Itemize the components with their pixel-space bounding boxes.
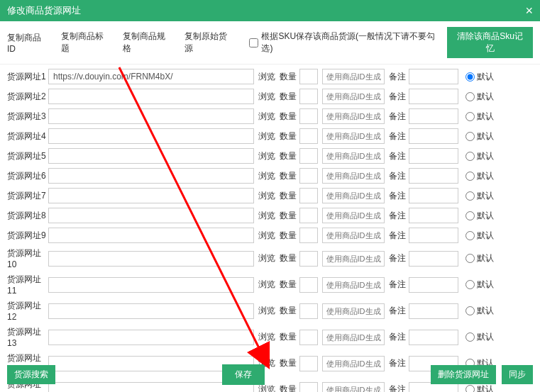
- qty-input[interactable]: [299, 277, 318, 293]
- generate-by-id-input[interactable]: [322, 168, 385, 184]
- note-input[interactable]: [409, 188, 458, 203]
- generate-by-id-input[interactable]: [322, 228, 385, 243]
- default-radio-wrap[interactable]: 默认: [465, 331, 494, 343]
- browse-link[interactable]: 浏览: [258, 279, 275, 291]
- default-radio[interactable]: [465, 152, 475, 161]
- note-input[interactable]: [409, 148, 458, 164]
- browse-link[interactable]: 浏览: [258, 331, 275, 343]
- sku-save-checkbox-wrap[interactable]: 根据SKU保存该商品货源(一般情况下请不要勾选): [249, 30, 439, 55]
- source-url-input[interactable]: [48, 277, 254, 293]
- qty-input[interactable]: [299, 148, 318, 164]
- generate-by-id-input[interactable]: [322, 303, 385, 319]
- generate-by-id-input[interactable]: [322, 148, 385, 164]
- browse-link[interactable]: 浏览: [258, 130, 275, 142]
- generate-by-id-input[interactable]: [322, 208, 385, 223]
- browse-link[interactable]: 浏览: [258, 91, 275, 103]
- qty-input[interactable]: [299, 208, 318, 223]
- default-radio[interactable]: [465, 231, 475, 240]
- copy-product-title[interactable]: 复制商品标题: [61, 30, 110, 55]
- generate-by-id-input[interactable]: [322, 89, 385, 104]
- source-url-input[interactable]: [48, 148, 254, 164]
- note-input[interactable]: [409, 251, 458, 267]
- source-url-input[interactable]: [48, 303, 254, 319]
- clear-sku-button[interactable]: 清除该商品Sku记忆: [447, 27, 533, 58]
- browse-link[interactable]: 浏览: [258, 305, 275, 317]
- note-input[interactable]: [409, 128, 458, 144]
- default-radio[interactable]: [465, 280, 475, 289]
- source-url-input[interactable]: [48, 69, 254, 84]
- default-radio-wrap[interactable]: 默认: [465, 210, 494, 222]
- generate-by-id-input[interactable]: [322, 128, 385, 144]
- note-input[interactable]: [409, 228, 458, 243]
- qty-input[interactable]: [299, 228, 318, 243]
- note-input[interactable]: [409, 69, 458, 84]
- qty-input[interactable]: [299, 251, 318, 267]
- default-radio[interactable]: [465, 72, 475, 82]
- default-radio-wrap[interactable]: 默认: [465, 130, 494, 142]
- sync-button[interactable]: 同步: [502, 365, 533, 384]
- note-input[interactable]: [409, 330, 458, 345]
- browse-link[interactable]: 浏览: [258, 210, 275, 222]
- default-radio-wrap[interactable]: 默认: [465, 71, 494, 83]
- note-input[interactable]: [409, 303, 458, 319]
- default-radio[interactable]: [465, 211, 475, 220]
- generate-by-id-input[interactable]: [322, 277, 385, 293]
- browse-link[interactable]: 浏览: [258, 111, 275, 123]
- source-url-input[interactable]: [48, 168, 254, 184]
- save-button[interactable]: 保存: [222, 364, 265, 385]
- qty-input[interactable]: [299, 108, 318, 124]
- generate-by-id-input[interactable]: [322, 108, 385, 124]
- generate-by-id-input[interactable]: [322, 251, 385, 267]
- sku-save-checkbox[interactable]: [249, 38, 258, 47]
- source-search-button[interactable]: 货源搜索: [7, 365, 55, 384]
- browse-link[interactable]: 浏览: [258, 190, 275, 202]
- copy-product-spec[interactable]: 复制商品规格: [123, 30, 172, 55]
- source-url-input[interactable]: [48, 251, 254, 267]
- qty-input[interactable]: [299, 188, 318, 203]
- generate-by-id-input[interactable]: [322, 69, 385, 84]
- default-radio-wrap[interactable]: 默认: [465, 170, 494, 182]
- copy-product-id[interactable]: 复制商品ID: [7, 32, 48, 54]
- delete-source-button[interactable]: 删除货源网址: [431, 365, 496, 384]
- generate-by-id-input[interactable]: [322, 188, 385, 203]
- source-url-input[interactable]: [48, 89, 254, 104]
- default-radio-wrap[interactable]: 默认: [465, 230, 494, 242]
- browse-link[interactable]: 浏览: [258, 230, 275, 242]
- source-url-input[interactable]: [48, 188, 254, 203]
- default-radio[interactable]: [465, 191, 475, 201]
- default-radio-wrap[interactable]: 默认: [465, 252, 494, 264]
- default-radio[interactable]: [465, 306, 475, 315]
- browse-link[interactable]: 浏览: [258, 71, 275, 83]
- note-input[interactable]: [409, 208, 458, 223]
- qty-input[interactable]: [299, 330, 318, 345]
- default-radio[interactable]: [465, 132, 475, 141]
- default-radio-wrap[interactable]: 默认: [465, 91, 494, 103]
- note-input[interactable]: [409, 277, 458, 293]
- source-url-input[interactable]: [48, 128, 254, 144]
- browse-link[interactable]: 浏览: [258, 252, 275, 264]
- copy-original-source[interactable]: 复制原始货源: [184, 30, 233, 55]
- default-radio[interactable]: [465, 332, 475, 342]
- browse-link[interactable]: 浏览: [258, 170, 275, 182]
- qty-input[interactable]: [299, 168, 318, 184]
- qty-input[interactable]: [299, 128, 318, 144]
- qty-input[interactable]: [299, 89, 318, 104]
- note-input[interactable]: [409, 89, 458, 104]
- default-radio[interactable]: [465, 92, 475, 101]
- source-url-input[interactable]: [48, 330, 254, 345]
- default-radio-wrap[interactable]: 默认: [465, 279, 494, 291]
- source-url-input[interactable]: [48, 228, 254, 243]
- note-input[interactable]: [409, 168, 458, 184]
- qty-input[interactable]: [299, 303, 318, 319]
- default-radio[interactable]: [465, 254, 475, 263]
- default-radio[interactable]: [465, 172, 475, 181]
- browse-link[interactable]: 浏览: [258, 150, 275, 162]
- note-input[interactable]: [409, 108, 458, 124]
- default-radio-wrap[interactable]: 默认: [465, 190, 494, 202]
- default-radio-wrap[interactable]: 默认: [465, 150, 494, 162]
- qty-input[interactable]: [299, 69, 318, 84]
- source-url-input[interactable]: [48, 108, 254, 124]
- generate-by-id-input[interactable]: [322, 330, 385, 345]
- default-radio-wrap[interactable]: 默认: [465, 305, 494, 317]
- default-radio[interactable]: [465, 112, 475, 121]
